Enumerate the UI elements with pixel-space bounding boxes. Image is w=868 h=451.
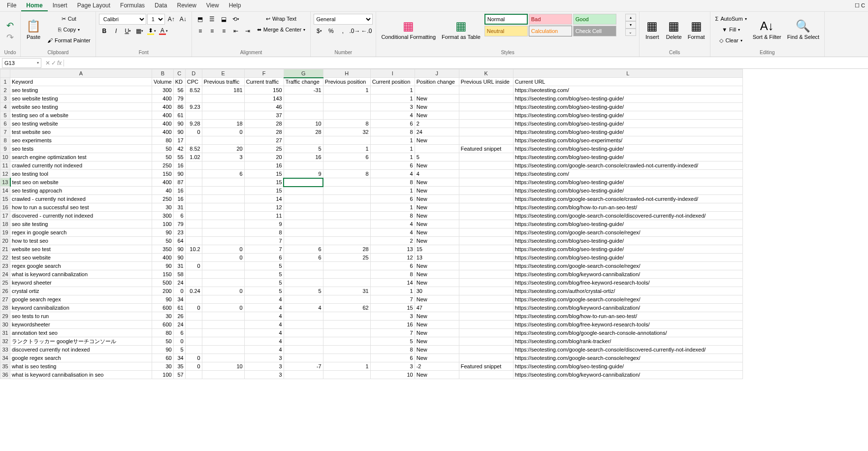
cell[interactable]: 27 bbox=[244, 136, 284, 145]
cell[interactable]: 200 bbox=[152, 287, 174, 295]
cell[interactable]: 6 bbox=[173, 329, 185, 337]
cell[interactable]: 24 bbox=[173, 321, 185, 329]
cell[interactable]: 5 bbox=[244, 279, 284, 287]
cell[interactable]: 0 bbox=[202, 245, 244, 254]
cell[interactable] bbox=[185, 111, 202, 120]
col-header-D[interactable]: D bbox=[185, 69, 202, 78]
cell[interactable] bbox=[185, 228, 202, 237]
cell[interactable]: 28 bbox=[244, 120, 284, 128]
styles-scroll-down[interactable]: ▾ bbox=[625, 21, 636, 29]
row-header[interactable]: 23 bbox=[0, 262, 10, 270]
cell[interactable] bbox=[284, 187, 323, 195]
cell[interactable]: New bbox=[415, 228, 459, 237]
cell[interactable]: 8.52 bbox=[185, 145, 202, 153]
cell[interactable] bbox=[323, 337, 370, 346]
cell[interactable]: https://seotesting.com/blog/seo-testing-… bbox=[513, 120, 742, 128]
cell[interactable]: 12 bbox=[244, 203, 284, 212]
cell[interactable] bbox=[202, 187, 244, 195]
cell[interactable]: New bbox=[415, 195, 459, 203]
cell[interactable]: seo website testing bbox=[10, 95, 152, 103]
cell[interactable]: 8 bbox=[323, 120, 370, 128]
cell[interactable] bbox=[185, 212, 202, 220]
cell[interactable]: 181 bbox=[202, 86, 244, 95]
cell[interactable] bbox=[202, 270, 244, 279]
cell[interactable]: website seo test bbox=[10, 245, 152, 254]
row-header[interactable]: 10 bbox=[0, 153, 10, 161]
cell[interactable] bbox=[202, 371, 244, 379]
cell[interactable]: 4 bbox=[244, 346, 284, 354]
cell[interactable]: 150 bbox=[244, 86, 284, 95]
cell[interactable]: 28 bbox=[284, 128, 323, 136]
cell[interactable]: 1 bbox=[370, 153, 415, 161]
cell[interactable]: website seo testing bbox=[10, 103, 152, 111]
cell[interactable] bbox=[323, 346, 370, 354]
cell[interactable]: 3 bbox=[244, 371, 284, 379]
col-header-L[interactable]: L bbox=[513, 69, 742, 78]
cell[interactable]: 250 bbox=[152, 195, 174, 203]
cell[interactable]: 30 bbox=[152, 362, 174, 371]
percent-format-button[interactable]: % bbox=[325, 26, 336, 36]
cell[interactable] bbox=[284, 237, 323, 245]
col-header-K[interactable]: K bbox=[459, 69, 513, 78]
menu-file[interactable]: File bbox=[2, 0, 21, 11]
cell[interactable]: 50 bbox=[152, 153, 174, 161]
cell[interactable]: 400 bbox=[152, 254, 174, 262]
cell[interactable]: New bbox=[415, 279, 459, 287]
row-header[interactable]: 24 bbox=[0, 270, 10, 279]
cell[interactable]: 6 bbox=[244, 254, 284, 262]
cell[interactable]: 50 bbox=[152, 337, 174, 346]
redo-button[interactable]: ↷ bbox=[5, 32, 16, 43]
cell[interactable]: 8 bbox=[323, 170, 370, 178]
cell[interactable]: 13 bbox=[370, 245, 415, 254]
increase-font-button[interactable]: A↑ bbox=[166, 14, 177, 25]
cell[interactable]: 31 bbox=[173, 203, 185, 212]
row-header[interactable]: 14 bbox=[0, 187, 10, 195]
cell[interactable] bbox=[284, 279, 323, 287]
undo-button[interactable]: ↶ bbox=[5, 20, 16, 31]
cell[interactable]: New bbox=[415, 178, 459, 187]
cell[interactable]: 61 bbox=[173, 111, 185, 120]
cell[interactable] bbox=[323, 279, 370, 287]
cell[interactable]: 1 bbox=[370, 203, 415, 212]
cell[interactable] bbox=[323, 354, 370, 362]
cell[interactable] bbox=[185, 371, 202, 379]
style-check-cell[interactable]: Check Cell bbox=[573, 26, 616, 36]
cell[interactable]: New bbox=[415, 262, 459, 270]
cell[interactable]: 150 bbox=[152, 170, 174, 178]
cell[interactable] bbox=[185, 254, 202, 262]
cell[interactable]: 9 bbox=[244, 220, 284, 228]
cell[interactable] bbox=[185, 187, 202, 195]
col-header-A[interactable]: A bbox=[10, 69, 152, 78]
cell[interactable] bbox=[459, 111, 513, 120]
cell[interactable]: https://seotesting.com/blog/how-to-run-a… bbox=[513, 312, 742, 321]
cell[interactable]: 0 bbox=[185, 354, 202, 362]
cell[interactable]: 34 bbox=[173, 354, 185, 362]
cell[interactable] bbox=[323, 95, 370, 103]
font-name-select[interactable]: Calibri bbox=[99, 14, 146, 25]
cell[interactable]: https://seotesting.com/blog/seo-testing-… bbox=[513, 362, 742, 371]
cell[interactable]: 5 bbox=[284, 145, 323, 153]
cell[interactable]: https://seotesting.com/blog/seo-testing-… bbox=[513, 153, 742, 161]
cell[interactable]: 1 bbox=[370, 136, 415, 145]
cell[interactable]: -2 bbox=[415, 362, 459, 371]
cell[interactable]: 6 bbox=[370, 161, 415, 170]
cell[interactable] bbox=[185, 237, 202, 245]
cell[interactable]: https://seotesting.com/google-search-con… bbox=[513, 228, 742, 237]
cell[interactable]: 150 bbox=[152, 270, 174, 279]
row-header[interactable]: 25 bbox=[0, 279, 10, 287]
cell[interactable]: 13 bbox=[415, 254, 459, 262]
cell[interactable]: 4 bbox=[244, 295, 284, 304]
cell[interactable] bbox=[323, 103, 370, 111]
cell[interactable]: 10.2 bbox=[185, 245, 202, 254]
cell[interactable]: 5 bbox=[370, 337, 415, 346]
cell[interactable] bbox=[284, 161, 323, 170]
cell[interactable]: 1 bbox=[370, 287, 415, 295]
cell[interactable] bbox=[323, 187, 370, 195]
cell[interactable]: regex google search bbox=[10, 262, 152, 270]
cell[interactable] bbox=[202, 312, 244, 321]
cell[interactable] bbox=[459, 304, 513, 312]
cell[interactable]: 8 bbox=[370, 128, 415, 136]
cell[interactable]: 24 bbox=[415, 128, 459, 136]
cell[interactable]: keywordsheeter bbox=[10, 321, 152, 329]
cell[interactable]: https://seotesting.com/blog/free-keyword… bbox=[513, 321, 742, 329]
